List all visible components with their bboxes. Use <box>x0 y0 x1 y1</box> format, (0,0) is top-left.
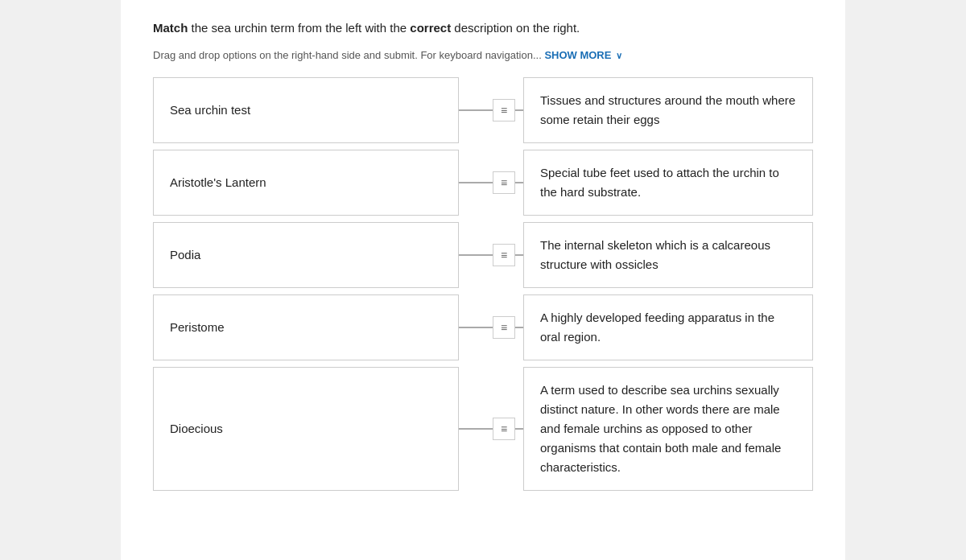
drag-handle-icon: ≡ <box>501 177 507 188</box>
instructions-text: Match the sea urchin term from the left … <box>153 19 813 38</box>
term-box: Aristotle's Lantern <box>153 150 459 216</box>
match-bold: Match <box>153 21 188 35</box>
term-box: Dioecious <box>153 367 459 491</box>
drag-handle-icon: ≡ <box>501 423 507 434</box>
show-more-link[interactable]: SHOW MORE ∨ <box>544 49 622 61</box>
term-box: Peristome <box>153 294 459 360</box>
drag-handle[interactable]: ≡ <box>493 418 515 440</box>
drag-handle[interactable]: ≡ <box>493 99 515 121</box>
connector: ≡ <box>459 150 523 216</box>
connector: ≡ <box>459 367 523 491</box>
sub-instructions: Drag and drop options on the right-hand … <box>153 49 813 61</box>
connector: ≡ <box>459 294 523 360</box>
match-row: Sea urchin test ≡ Tissues and structures… <box>153 77 813 143</box>
description-box[interactable]: The internal skeleton which is a calcare… <box>523 222 813 288</box>
description-box[interactable]: Tissues and structures around the mouth … <box>523 77 813 143</box>
drag-handle[interactable]: ≡ <box>493 171 515 194</box>
match-container: Sea urchin test ≡ Tissues and structures… <box>153 77 813 497</box>
correct-bold: correct <box>410 21 451 35</box>
term-box: Podia <box>153 222 459 288</box>
connector: ≡ <box>459 222 523 288</box>
term-box: Sea urchin test <box>153 77 459 143</box>
drag-handle-icon: ≡ <box>501 322 507 333</box>
drag-handle-icon: ≡ <box>501 105 507 116</box>
drag-handle-icon: ≡ <box>501 249 507 261</box>
match-row: Dioecious ≡ A term used to describe sea … <box>153 367 813 491</box>
drag-handle[interactable]: ≡ <box>493 316 515 339</box>
drag-handle[interactable]: ≡ <box>493 244 515 266</box>
description-box[interactable]: A term used to describe sea urchins sexu… <box>523 367 813 491</box>
match-row: Aristotle's Lantern ≡ Special tube feet … <box>153 150 813 216</box>
description-box[interactable]: A highly developed feeding apparatus in … <box>523 294 813 360</box>
connector: ≡ <box>459 77 523 143</box>
chevron-down-icon: ∨ <box>616 51 622 61</box>
match-row: Podia ≡ The internal skeleton which is a… <box>153 222 813 288</box>
match-row: Peristome ≡ A highly developed feeding a… <box>153 294 813 360</box>
description-box[interactable]: Special tube feet used to attach the urc… <box>523 150 813 216</box>
